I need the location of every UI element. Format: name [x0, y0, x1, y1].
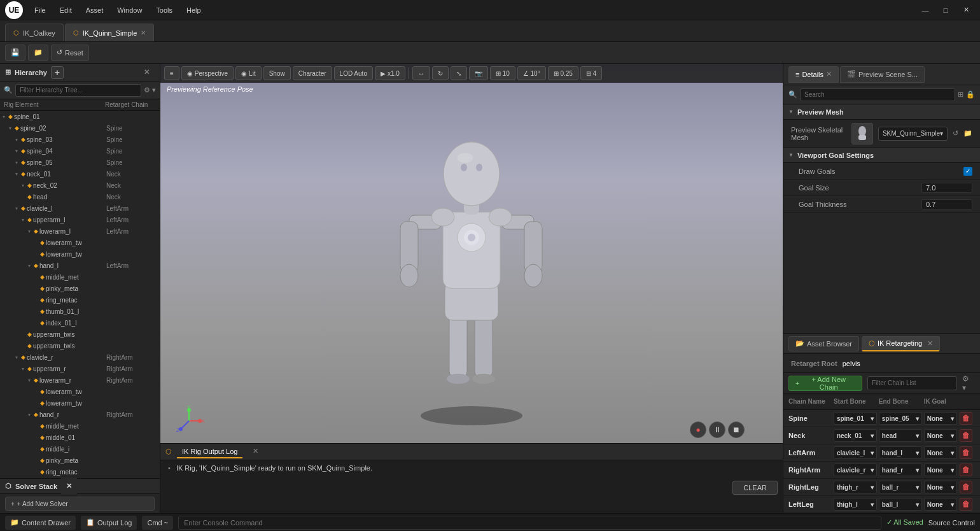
- vp-move-btn[interactable]: ↔: [412, 66, 430, 80]
- hier-item-lw-tw-r2[interactable]: ◆ lowerarm_tw: [0, 397, 160, 409]
- source-control-status[interactable]: Source Control: [928, 519, 975, 527]
- lit-btn[interactable]: ◉ Lit: [235, 66, 262, 80]
- details-lock-icon[interactable]: 🔒: [966, 90, 975, 99]
- save-btn[interactable]: 💾: [5, 45, 25, 61]
- tab-asset-browser[interactable]: 📂 Asset Browser: [788, 336, 859, 351]
- hierarchy-add-btn[interactable]: +: [51, 66, 64, 79]
- add-new-solver-btn[interactable]: + + Add New Solver: [5, 497, 155, 511]
- hier-item-lowerarm-r[interactable]: ▾ ◆ lowerarm_r RightArm: [0, 374, 160, 386]
- chain-end-spine[interactable]: spine_05▾: [879, 412, 922, 425]
- tab-preview-scene[interactable]: 🎬 Preview Scene S...: [840, 66, 925, 83]
- tab-ik-oalkey[interactable]: ⬡ IK_Oalkey: [5, 24, 64, 41]
- vp-scale-btn[interactable]: ⤡: [451, 66, 467, 80]
- pause-btn[interactable]: ⏸: [709, 421, 725, 438]
- hier-item-index-l[interactable]: ◆ index_01_l: [0, 317, 160, 329]
- chain-end-rightleg[interactable]: ball_r▾: [879, 481, 922, 493]
- chain-start-rightarm[interactable]: clavicle_r▾: [834, 464, 877, 476]
- chain-del-rightarm[interactable]: 🗑: [960, 464, 972, 476]
- clear-log-btn[interactable]: CLEAR: [732, 481, 778, 495]
- chain-end-leftleg[interactable]: ball_l▾: [879, 498, 922, 511]
- hier-item-lw-tw-r1[interactable]: ◆ lowerarm_tw: [0, 386, 160, 397]
- vp-view-btn[interactable]: ⊟ 4: [580, 66, 602, 80]
- hier-item-ring-l[interactable]: ◆ ring_metac: [0, 294, 160, 306]
- chain-goal-neck[interactable]: None▾: [924, 429, 957, 442]
- tab-ik-retargeting[interactable]: ⬡ IK Retargeting ✕: [862, 336, 940, 351]
- chain-goal-spine[interactable]: None▾: [924, 412, 957, 425]
- play-btn[interactable]: ▶ x1.0: [375, 66, 405, 80]
- log-tab-ik[interactable]: IK Rig Output Log: [177, 446, 242, 458]
- menu-window[interactable]: Window: [111, 4, 148, 17]
- cmd-btn[interactable]: Cmd ~: [142, 516, 173, 530]
- content-drawer-btn[interactable]: 📁 Content Drawer: [5, 516, 76, 530]
- vp-grid-btn[interactable]: ⊞ 10: [490, 66, 515, 80]
- vp-rotate-btn[interactable]: ↻: [432, 66, 449, 80]
- vp-angle-btn[interactable]: ∠ 10°: [517, 66, 546, 80]
- browse-btn[interactable]: 📁: [28, 45, 48, 61]
- hier-item-middle-met-r[interactable]: ◆ middle_met: [0, 420, 160, 432]
- hier-item-neck02[interactable]: ▾ ◆ neck_02 Neck: [0, 180, 160, 191]
- hier-item-spine04[interactable]: ▾ ◆ spine_04 Spine: [0, 145, 160, 157]
- chain-goal-leftleg[interactable]: None▾: [924, 498, 957, 511]
- chain-del-rightleg[interactable]: 🗑: [960, 481, 972, 493]
- log-tab-close[interactable]: ✕: [248, 445, 263, 458]
- menu-tools[interactable]: Tools: [150, 4, 179, 17]
- stop-btn[interactable]: ⏹: [728, 421, 745, 438]
- hier-item-lowerarm-l[interactable]: ▾ ◆ lowerarm_l LeftArm: [0, 225, 160, 237]
- details-close[interactable]: ✕: [826, 70, 832, 78]
- chain-filter-input[interactable]: [867, 376, 957, 390]
- hier-item-neck01[interactable]: ▾ ◆ neck_01 Neck: [0, 168, 160, 180]
- hier-item-clavicle-r[interactable]: ▾ ◆ clavicle_r RightArm: [0, 351, 160, 363]
- record-btn[interactable]: ●: [690, 421, 706, 438]
- details-layout-icon[interactable]: ⊞: [958, 90, 963, 99]
- hierarchy-search-input[interactable]: [15, 84, 141, 97]
- goal-size-value[interactable]: 7.0: [921, 183, 972, 193]
- mesh-back-icon[interactable]: ↺: [953, 129, 958, 138]
- solver-close[interactable]: ✕: [61, 478, 77, 495]
- hier-item-spine02[interactable]: ▾ ◆ spine_02 Spine: [0, 122, 160, 134]
- hier-item-upperarm-l[interactable]: ▾ ◆ upperarm_l LeftArm: [0, 214, 160, 225]
- chain-end-leftarm[interactable]: hand_l▾: [879, 446, 922, 459]
- chain-del-neck[interactable]: 🗑: [960, 429, 972, 442]
- hier-item-spine03[interactable]: ▾ ◆ spine_03 Spine: [0, 134, 160, 145]
- hierarchy-close[interactable]: ✕: [139, 64, 155, 81]
- character-btn[interactable]: Character: [293, 66, 332, 80]
- preview-mesh-section[interactable]: ▼ Preview Mesh: [783, 104, 980, 120]
- hier-item-spine05[interactable]: ▾ ◆ spine_05 Spine: [0, 157, 160, 168]
- chain-start-leftleg[interactable]: thigh_l▾: [834, 498, 877, 511]
- tab-details[interactable]: ≡ Details ✕: [788, 66, 839, 83]
- hier-item-thumb-l[interactable]: ◆ thumb_01_l: [0, 306, 160, 317]
- output-log-btn[interactable]: 📋 Output Log: [81, 516, 137, 530]
- hier-item-head[interactable]: ◆ head Neck: [0, 191, 160, 202]
- lod-btn[interactable]: LOD Auto: [334, 66, 373, 80]
- vp-camera-btn[interactable]: 📷: [469, 66, 488, 80]
- vp-snap-btn[interactable]: ⊞ 0.25: [548, 66, 578, 80]
- hier-item-hand-r[interactable]: ▾ ◆ hand_r RightArm: [0, 409, 160, 420]
- win-maximize[interactable]: □: [937, 3, 955, 17]
- chain-goal-rightleg[interactable]: None▾: [924, 481, 957, 493]
- win-minimize[interactable]: —: [916, 3, 934, 17]
- draw-goals-checkbox[interactable]: ✓: [963, 167, 972, 176]
- mesh-select-dropdown[interactable]: SKM_Quinn_Simple ▾: [878, 127, 948, 141]
- hier-item-hand-l[interactable]: ▾ ◆ hand_l LeftArm: [0, 260, 160, 271]
- chain-start-spine[interactable]: spine_01▾: [834, 412, 877, 425]
- hier-item-upperarm-twis1[interactable]: ◆ upperarm_twis: [0, 329, 160, 340]
- ik-tab-close[interactable]: ✕: [927, 339, 933, 348]
- goal-thickness-value[interactable]: 0.7: [921, 199, 972, 209]
- show-btn[interactable]: Show: [263, 66, 291, 80]
- viewport-goal-section[interactable]: ▼ Viewport Goal Settings: [783, 148, 980, 163]
- chain-start-leftarm[interactable]: clavicle_l▾: [834, 446, 877, 459]
- reset-btn[interactable]: ↺ Reset: [51, 45, 89, 61]
- details-search-input[interactable]: [800, 88, 955, 101]
- add-new-chain-btn[interactable]: + + Add New Chain: [788, 376, 862, 391]
- hier-item-clavicle-l[interactable]: ▾ ◆ clavicle_l LeftArm: [0, 202, 160, 214]
- chain-end-rightarm[interactable]: hand_r▾: [879, 464, 922, 476]
- hier-item-spine01[interactable]: ▾ ◆ spine_01: [0, 111, 160, 122]
- hier-item-middle-i[interactable]: ◆ middle_i: [0, 443, 160, 455]
- hier-item-middle01-r[interactable]: ◆ middle_01: [0, 432, 160, 443]
- tab-close-btn[interactable]: ✕: [141, 29, 146, 36]
- win-close[interactable]: ✕: [957, 3, 975, 17]
- chain-del-leftleg[interactable]: 🗑: [960, 498, 972, 511]
- hier-item-pinky-r[interactable]: ◆ pinky_meta: [0, 455, 160, 466]
- hierarchy-settings-icon[interactable]: ⚙ ▾: [144, 86, 156, 94]
- hier-item-lowerarm-tw1[interactable]: ◆ lowerarm_tw: [0, 237, 160, 248]
